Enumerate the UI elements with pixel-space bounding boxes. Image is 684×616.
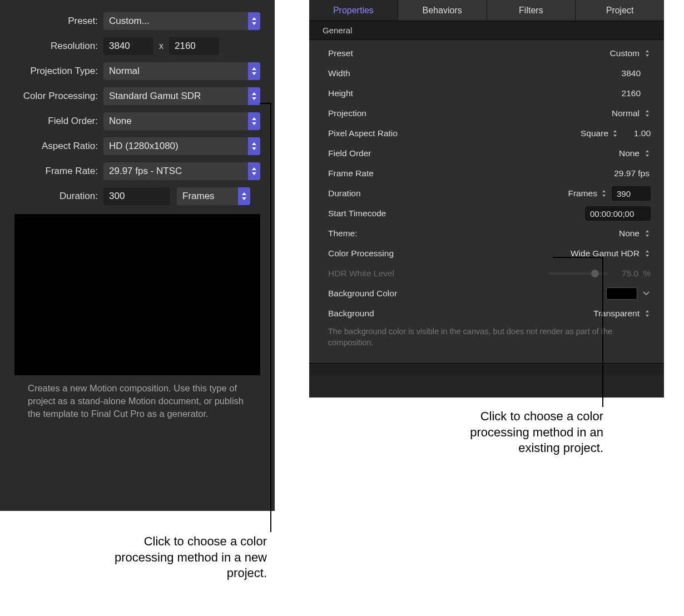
prop-color-processing-label: Color Processing (328, 249, 571, 259)
field-order-select[interactable]: None (103, 112, 260, 130)
prop-field-order-menu[interactable]: None (609, 148, 651, 158)
prop-height-value[interactable]: 2160 (609, 88, 641, 98)
prop-hdr-value: 75.0 (616, 269, 638, 279)
properties-list: Preset Custom Width 3840 Height 2160 Pro… (309, 40, 664, 363)
updown-icon (248, 162, 260, 180)
prop-theme-label: Theme: (328, 228, 609, 239)
projection-type-select[interactable]: Normal (103, 62, 260, 80)
field-order-value: None (109, 116, 132, 127)
prop-duration-input[interactable]: 390 (612, 186, 651, 201)
bgcolor-swatch[interactable] (606, 287, 637, 300)
prop-projection-label: Projection (328, 108, 609, 118)
duration-unit-value: Frames (182, 191, 215, 202)
prop-field-order-label: Field Order (328, 148, 609, 158)
aspect-ratio-label: Aspect Ratio: (14, 141, 103, 152)
aspect-ratio-value: HD (1280x1080) (109, 141, 179, 152)
updown-icon (644, 49, 651, 58)
color-processing-select[interactable]: Standard Gamut SDR (103, 87, 260, 105)
prop-bgcolor-label: Background Color (328, 289, 606, 299)
prop-par-menu-value: Square (578, 128, 608, 138)
chevron-down-icon[interactable] (642, 289, 651, 298)
prop-frame-rate-label: Frame Rate (328, 168, 614, 178)
tab-behaviors[interactable]: Behaviors (398, 0, 487, 21)
prop-hdr-slider (549, 272, 607, 275)
updown-icon (248, 62, 260, 80)
preset-select[interactable]: Custom... (103, 12, 260, 30)
updown-icon (248, 137, 260, 155)
prop-par-menu[interactable]: Square (578, 128, 618, 138)
aspect-ratio-select[interactable]: HD (1280x1080) (103, 137, 260, 155)
prop-preset-label: Preset (328, 48, 609, 58)
tab-project[interactable]: Project (576, 0, 664, 21)
updown-icon (644, 109, 651, 118)
new-project-panel: Preset: Custom... Resolution: 3840 x 216… (0, 0, 275, 511)
updown-icon (248, 12, 260, 30)
updown-icon (238, 187, 250, 205)
projection-type-value: Normal (109, 66, 140, 77)
updown-icon (601, 189, 607, 198)
updown-icon (248, 87, 260, 105)
prop-par-label: Pixel Aspect Ratio (328, 128, 578, 138)
prop-field-order-value: None (609, 148, 640, 158)
section-general[interactable]: General (309, 21, 664, 40)
duration-label: Duration: (14, 191, 103, 202)
prop-bg-label: Background (328, 309, 593, 319)
inspector-tabs: Properties Behaviors Filters Project (309, 0, 664, 21)
callout-line (602, 257, 603, 407)
frame-rate-value: 29.97 fps - NTSC (109, 166, 182, 177)
inspector-panel: Properties Behaviors Filters Project Gen… (309, 0, 664, 398)
prop-start-tc-input[interactable]: 00:00:00;00 (585, 206, 651, 221)
callout-line (260, 103, 271, 104)
field-order-label: Field Order: (14, 116, 103, 127)
preset-label: Preset: (14, 16, 103, 27)
resolution-height-input[interactable]: 2160 (169, 37, 219, 55)
projection-type-label: Projection Type: (14, 66, 103, 77)
prop-theme-menu[interactable]: None (609, 228, 651, 239)
updown-icon (644, 229, 651, 238)
callout-left: Click to choose a color processing metho… (100, 534, 267, 582)
resolution-x: x (153, 41, 169, 51)
prop-preset-menu[interactable]: Custom (609, 48, 651, 58)
panel-footer (309, 363, 664, 376)
prop-width-label: Width (328, 68, 609, 78)
preset-value: Custom... (109, 16, 150, 27)
frame-rate-label: Frame Rate: (14, 166, 103, 177)
prop-projection-menu[interactable]: Normal (609, 108, 651, 118)
prop-duration-unit-menu[interactable]: Frames (567, 188, 607, 198)
prop-hdr-unit: % (643, 269, 651, 279)
callout-line (270, 103, 271, 532)
prop-width-value[interactable]: 3840 (609, 68, 641, 78)
prop-theme-value: None (609, 228, 640, 239)
resolution-label: Resolution: (14, 41, 103, 52)
prop-duration-unit: Frames (567, 188, 597, 198)
updown-icon (644, 249, 651, 258)
slider-thumb-icon (591, 270, 599, 277)
preview-thumbnail (14, 214, 260, 375)
prop-projection-value: Normal (609, 108, 640, 118)
updown-icon (248, 112, 260, 130)
color-processing-label: Color Processing: (14, 91, 103, 102)
tab-filters[interactable]: Filters (487, 0, 576, 21)
frame-rate-select[interactable]: 29.97 fps - NTSC (103, 162, 260, 180)
prop-preset-value: Custom (609, 48, 640, 58)
callout-right: Click to choose a color processing metho… (431, 409, 603, 456)
prop-start-tc-label: Start Timecode (328, 208, 585, 218)
updown-icon (644, 309, 651, 318)
prop-duration-label: Duration (328, 188, 567, 198)
updown-icon (612, 129, 618, 138)
tab-properties[interactable]: Properties (309, 0, 398, 21)
color-processing-value: Standard Gamut SDR (109, 91, 201, 102)
prop-frame-rate-value: 29.97 fps (614, 168, 650, 178)
prop-par-value[interactable]: 1.00 (623, 128, 651, 138)
prop-hdr-label: HDR White Level (328, 269, 549, 279)
duration-input[interactable]: 300 (103, 187, 170, 205)
resolution-width-input[interactable]: 3840 (103, 37, 153, 55)
project-description: Creates a new Motion composition. Use th… (14, 382, 260, 420)
updown-icon (644, 149, 651, 158)
callout-line (553, 257, 603, 258)
duration-unit-select[interactable]: Frames (177, 187, 250, 205)
prop-bg-value: Transparent (593, 309, 640, 319)
prop-height-label: Height (328, 88, 609, 98)
